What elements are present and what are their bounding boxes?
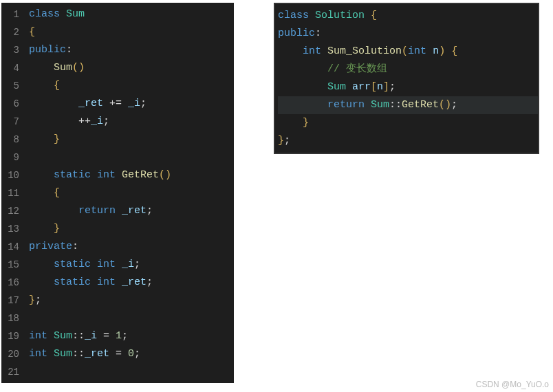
- code-line: }: [29, 220, 234, 238]
- code-block-sum-class: class Sum{public: Sum() { _ret += _i; ++…: [26, 3, 234, 383]
- line-number: 17: [6, 292, 19, 309]
- line-number: 1: [6, 6, 19, 23]
- line-number: 12: [6, 202, 19, 220]
- line-number: 3: [6, 41, 19, 59]
- code-line: Sum(): [29, 59, 234, 77]
- code-line: ++_i;: [29, 113, 234, 131]
- code-line: _ret += _i;: [29, 95, 234, 113]
- code-line: {: [29, 23, 234, 41]
- line-number: 13: [6, 220, 19, 238]
- code-line: return _ret;: [29, 202, 234, 220]
- line-number: 5: [6, 77, 19, 95]
- line-number: 11: [6, 184, 19, 202]
- code-line: public:: [29, 41, 234, 59]
- code-line: public:: [278, 25, 538, 43]
- code-line: {: [29, 77, 234, 95]
- code-line: {: [29, 184, 234, 202]
- code-line: }: [278, 114, 538, 132]
- line-number: 20: [6, 345, 19, 363]
- code-line: class Solution {: [278, 7, 538, 25]
- code-editor-right: class Solution {public: int Sum_Solution…: [274, 3, 539, 154]
- line-number: 16: [6, 274, 19, 292]
- line-number: 7: [6, 113, 19, 131]
- line-number: 9: [6, 149, 19, 166]
- code-line: private:: [29, 238, 234, 256]
- code-line: static int GetRet(): [29, 166, 234, 184]
- code-editor-left: 123456789101112131415161718192021 class …: [1, 3, 234, 383]
- code-line: return Sum::GetRet();: [278, 96, 538, 114]
- code-line: };: [278, 132, 538, 150]
- watermark: CSDN @Mo_YuO.o: [476, 380, 549, 389]
- code-line: };: [29, 292, 234, 309]
- code-line: }: [29, 131, 234, 149]
- code-line: [29, 149, 234, 166]
- line-number: 14: [6, 238, 19, 256]
- line-number: 2: [6, 23, 19, 41]
- code-line: int Sum::_ret = 0;: [29, 345, 234, 363]
- line-number: 15: [6, 256, 19, 274]
- code-line: Sum arr[n];: [278, 78, 538, 96]
- code-line: [29, 309, 234, 327]
- code-line: [29, 363, 234, 381]
- code-line: // 变长数组: [278, 61, 538, 78]
- line-number: 18: [6, 309, 19, 327]
- line-gutter: 123456789101112131415161718192021: [1, 3, 26, 383]
- code-line: static int _i;: [29, 256, 234, 274]
- line-number: 19: [6, 327, 19, 345]
- code-line: class Sum: [29, 6, 234, 23]
- code-block-solution-class: class Solution {public: int Sum_Solution…: [275, 4, 538, 153]
- line-number: 10: [6, 166, 19, 184]
- line-number: 4: [6, 59, 19, 77]
- line-number: 8: [6, 131, 19, 149]
- line-number: 6: [6, 95, 19, 113]
- code-line: int Sum::_i = 1;: [29, 327, 234, 345]
- line-number: 21: [6, 363, 19, 381]
- code-line: static int _ret;: [29, 274, 234, 292]
- code-line: int Sum_Solution(int n) {: [278, 43, 538, 61]
